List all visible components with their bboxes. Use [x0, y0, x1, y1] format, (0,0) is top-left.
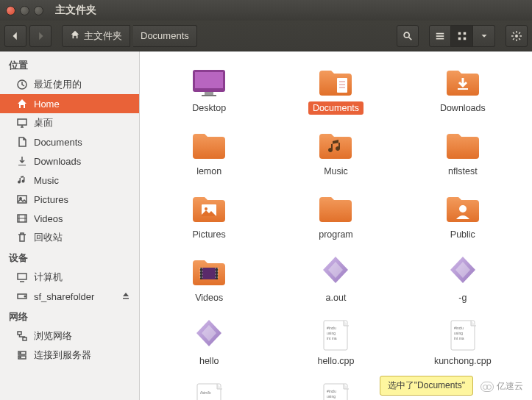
watermark-text: 亿速云	[497, 380, 523, 393]
sidebar-item-music[interactable]: Music	[0, 171, 139, 190]
maximize-button[interactable]	[34, 6, 43, 15]
list-view-button[interactable]	[429, 25, 451, 47]
sidebar-heading-places: 位置	[0, 54, 139, 75]
sidebar-item-documents[interactable]: Documents	[0, 132, 139, 151]
sidebar-item-label: 连接到服务器	[34, 349, 91, 362]
svg-text:using: using	[454, 331, 463, 335]
sidebar-item-label: sf_sharefolder	[34, 291, 94, 302]
svg-point-28	[459, 205, 467, 213]
breadcrumb-current[interactable]: Documents	[133, 25, 197, 47]
sidebar-item-label: Documents	[34, 137, 82, 148]
window-controls	[0, 6, 49, 15]
file-pane[interactable]: DesktopDocumentsDownloadslemonMusicnflst…	[140, 51, 532, 400]
close-button[interactable]	[6, 6, 15, 15]
folder-icon	[444, 129, 482, 162]
folder-music-icon	[316, 129, 355, 162]
svg-rect-30	[200, 268, 202, 279]
file-item[interactable]: Pictures	[146, 190, 272, 244]
file-item[interactable]: Music	[272, 126, 399, 181]
file-item[interactable]: Downloads	[400, 63, 526, 118]
svg-point-19	[20, 357, 21, 357]
titlebar: 主文件夹	[0, 0, 532, 21]
svg-text:/bin/b: /bin/b	[200, 390, 211, 395]
file-label: program	[314, 228, 358, 241]
svg-rect-25	[458, 88, 468, 90]
forward-button[interactable]	[29, 25, 52, 47]
file-item[interactable]: hello	[146, 316, 272, 371]
pictures-icon	[16, 193, 28, 205]
settings-button[interactable]	[506, 25, 528, 47]
file-item[interactable]: nflstest	[400, 126, 526, 181]
sidebar-heading-network: 网络	[0, 306, 139, 326]
status-bar: 选中了"Documents"	[380, 376, 473, 396]
svg-point-27	[205, 207, 208, 210]
sidebar-item-drive[interactable]: sf_sharefolder	[0, 287, 139, 306]
file-label: hello	[195, 354, 223, 368]
file-label: Music	[319, 165, 352, 178]
file-item[interactable]: lemon	[146, 126, 272, 181]
folder-doc-icon	[316, 66, 355, 99]
svg-rect-24	[337, 78, 347, 93]
minimize-button[interactable]	[20, 6, 29, 15]
sidebar-item-computer[interactable]: 计算机	[0, 268, 139, 287]
exec-icon	[190, 319, 228, 351]
sidebar-item-trash[interactable]: 回收站	[0, 228, 139, 247]
svg-rect-11	[18, 274, 26, 279]
file-label: Public	[446, 228, 480, 241]
server-icon	[16, 349, 28, 361]
breadcrumb-home[interactable]: 主文件夹	[62, 25, 130, 47]
svg-text:#inclu: #inclu	[327, 389, 336, 393]
exec-icon	[444, 256, 482, 288]
file-item[interactable]: a.out	[272, 253, 399, 307]
file-item[interactable]: Videos	[146, 253, 272, 307]
breadcrumb-home-label: 主文件夹	[84, 29, 122, 43]
home-icon	[16, 98, 28, 110]
file-item[interactable]: #incluusingint mahello.cpp	[272, 316, 399, 371]
window-title: 主文件夹	[55, 4, 96, 17]
file-item[interactable]: Public	[400, 190, 526, 244]
file-item[interactable]: Desktop	[146, 63, 272, 118]
file-label: Videos	[191, 291, 227, 304]
cpp-icon: #incluusingint ma	[444, 319, 482, 351]
sidebar-item-network[interactable]: 浏览网络	[0, 326, 139, 346]
sidebar-item-recent[interactable]: 最近使用的	[0, 75, 139, 94]
toolbar: 主文件夹 Documents	[0, 21, 532, 51]
search-button[interactable]	[397, 25, 419, 47]
file-item[interactable]: /bin/bkunchongfanzhi.cpp	[146, 379, 272, 400]
videos-icon	[16, 213, 28, 224]
file-label: -g	[454, 291, 471, 304]
recent-icon	[16, 79, 28, 90]
file-label: Pictures	[188, 228, 230, 241]
sidebar-item-server[interactable]: 连接到服务器	[0, 346, 139, 365]
eject-icon[interactable]	[121, 291, 130, 302]
file-item[interactable]: program	[272, 190, 399, 244]
documents-icon	[16, 136, 28, 148]
sidebar-item-pictures[interactable]: Pictures	[0, 190, 139, 209]
svg-text:int ma: int ma	[327, 336, 337, 340]
icon-view-button[interactable]	[451, 25, 473, 47]
file-item[interactable]: -g	[400, 253, 526, 307]
sidebar-item-videos[interactable]: Videos	[0, 209, 139, 228]
view-options-button[interactable]	[473, 25, 495, 47]
svg-text:int ma: int ma	[454, 336, 464, 340]
sidebar: 位置 最近使用的Home桌面DocumentsDownloadsMusicPic…	[0, 51, 140, 400]
file-item[interactable]: #incluusingint makunchong.cpp	[400, 316, 526, 371]
file-item[interactable]: Documents	[272, 63, 399, 118]
sidebar-item-label: Videos	[34, 213, 63, 224]
svg-rect-29	[200, 268, 218, 279]
folder-pic-icon	[190, 193, 228, 225]
network-icon	[16, 330, 28, 342]
sidebar-item-home[interactable]: Home	[0, 94, 139, 113]
watermark-icon	[480, 382, 494, 392]
svg-rect-1	[458, 32, 461, 35]
cpp-icon: #incluusingint ma	[316, 382, 355, 400]
sidebar-heading-devices: 设备	[0, 247, 139, 268]
svg-rect-22	[205, 92, 213, 95]
sidebar-item-downloads[interactable]: Downloads	[0, 151, 139, 171]
home-icon	[70, 29, 80, 42]
sidebar-item-label: Pictures	[34, 194, 68, 205]
back-button[interactable]	[4, 25, 26, 47]
svg-rect-3	[458, 37, 461, 40]
sidebar-item-desktop[interactable]: 桌面	[0, 113, 139, 132]
cpp-icon: #incluusingint ma	[316, 319, 355, 351]
